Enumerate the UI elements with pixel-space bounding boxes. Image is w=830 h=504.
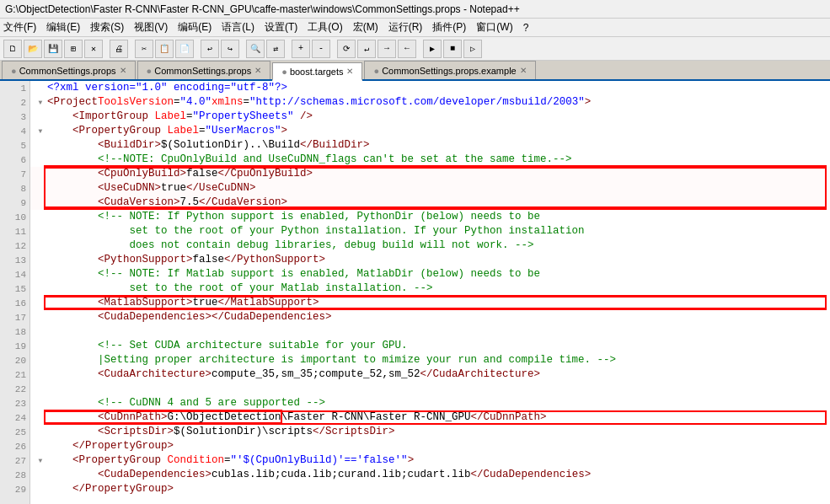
- line-6-content: <!--NOTE: CpuOnlyBuild and UseCuDNN_flag…: [47, 153, 572, 167]
- fold-2: ▼: [34, 95, 47, 110]
- paste-btn[interactable]: 📄: [175, 40, 194, 58]
- code-line-8: <UseCuDNN>true</UseCuDNN>: [30, 181, 830, 196]
- ln-10: 10: [0, 210, 29, 224]
- menu-encode[interactable]: 编码(E): [178, 20, 212, 35]
- redo-btn[interactable]: ↪: [221, 40, 239, 58]
- menu-plugin[interactable]: 插件(P): [432, 20, 466, 35]
- code-line-24: <CuDnnPath>G:\ObjectDetection\Faster R-C…: [30, 410, 830, 425]
- wrap-btn[interactable]: ↵: [357, 40, 376, 58]
- code-line-21: <CudaArchitecture>compute_35,sm_35;compu…: [30, 367, 830, 382]
- ln-3: 3: [0, 110, 29, 124]
- menu-help[interactable]: ?: [523, 22, 529, 34]
- code-line-16: <MatlabSupport>true</MatlabSupport>: [30, 296, 830, 310]
- macro-btn[interactable]: ▶: [423, 40, 442, 58]
- line-18-content: [47, 324, 54, 339]
- ln-8: 8: [0, 181, 29, 196]
- ln-29: 29: [0, 482, 29, 496]
- tab-2-close[interactable]: ✕: [346, 67, 353, 76]
- code-area[interactable]: <?xml version="1.0" encoding="utf-8"?> ▼…: [30, 81, 830, 496]
- ln-12: 12: [0, 239, 29, 253]
- open-btn[interactable]: 📂: [24, 40, 42, 58]
- code-line-11: set to the root of your Python installat…: [30, 224, 830, 239]
- menu-file[interactable]: 文件(F): [3, 20, 36, 35]
- code-content: <?xml version="1.0" encoding="utf-8"?> ▼…: [30, 81, 830, 504]
- tab-3-close[interactable]: ✕: [520, 66, 527, 75]
- new-btn[interactable]: 🗋: [3, 40, 22, 58]
- menu-settings[interactable]: 设置(T): [265, 20, 297, 35]
- menu-search[interactable]: 搜索(S): [90, 20, 124, 35]
- ln-6: 6: [0, 153, 29, 167]
- line-16-content: <MatlabSupport>true</MatlabSupport>: [47, 296, 319, 310]
- code-line-4: ▼ <PropertyGroup Label="UserMacros">: [30, 124, 830, 138]
- line-5-content: <BuildDir>$(SolutionDir)..\Build</BuildD…: [47, 138, 370, 153]
- replace-btn[interactable]: ⇄: [266, 40, 285, 58]
- code-line-23: <!-- CuDNN 4 and 5 are supported -->: [30, 396, 830, 410]
- editor: 1 2 3 4 5 6 7 8 9 10 11 12 13 14 15 16 1…: [0, 81, 830, 504]
- menu-lang[interactable]: 语言(L): [222, 20, 254, 35]
- line-2-content: <: [47, 95, 54, 110]
- ln-13: 13: [0, 253, 29, 267]
- code-line-25: <ScriptsDir>$(SolutionDir)\scripts</Scri…: [30, 425, 830, 439]
- line-8-content: <UseCuDNN>true</UseCuDNN>: [47, 181, 256, 196]
- code-line-5: <BuildDir>$(SolutionDir)..\Build</BuildD…: [30, 138, 830, 153]
- menu-macro[interactable]: 宏(M): [353, 20, 378, 35]
- tab-3-icon: ●: [373, 66, 379, 76]
- code-line-15: set to the root of your Matlab installat…: [30, 281, 830, 296]
- ln-24: 24: [0, 410, 29, 425]
- code-line-6: <!--NOTE: CpuOnlyBuild and UseCuDNN_flag…: [30, 153, 830, 167]
- line-10-content: <!-- NOTE: If Python support is enabled,…: [47, 210, 540, 224]
- line-27-content: <PropertyGroup Condition="'$(CpuOnlyBuil…: [47, 453, 414, 468]
- ln-4: 4: [0, 124, 29, 138]
- fold-27: ▼: [34, 453, 47, 468]
- tab-0-icon: ●: [11, 66, 17, 76]
- ln-28: 28: [0, 468, 29, 482]
- code-line-1: <?xml version="1.0" encoding="utf-8"?>: [30, 81, 830, 95]
- tab-1[interactable]: ● CommonSettings.props ✕: [137, 61, 271, 79]
- code-line-22: [30, 382, 830, 396]
- close-btn[interactable]: ✕: [84, 40, 103, 58]
- tab-1-label: CommonSettings.props: [154, 66, 251, 76]
- line-3-content: <ImportGroup Label="PropertySheets" />: [47, 110, 313, 124]
- code-line-14: <!-- NOTE: If Matlab support is enabled,…: [30, 267, 830, 281]
- macro-play-btn[interactable]: ▷: [463, 40, 482, 58]
- sync-btn[interactable]: ⟳: [337, 40, 356, 58]
- deindent-btn[interactable]: ←: [398, 40, 416, 58]
- code-line-13: <PythonSupport>false</PythonSupport>: [30, 253, 830, 267]
- ln-22: 22: [0, 382, 29, 396]
- line-11-content: set to the root of your Python installat…: [47, 224, 585, 239]
- zoom-out-btn[interactable]: -: [312, 40, 330, 58]
- menu-view[interactable]: 视图(V): [134, 20, 168, 35]
- cut-btn[interactable]: ✂: [135, 40, 153, 58]
- tab-0-close[interactable]: ✕: [120, 66, 126, 75]
- line-22-content: [47, 382, 54, 396]
- ln-11: 11: [0, 224, 29, 239]
- ln-25: 25: [0, 425, 29, 439]
- tab-3[interactable]: ● CommonSettings.props.example ✕: [364, 61, 535, 79]
- menu-window[interactable]: 窗口(W): [476, 20, 512, 35]
- line-4-content: <PropertyGroup Label="UserMacros">: [47, 124, 287, 138]
- menu-run[interactable]: 运行(R): [388, 20, 423, 35]
- line-13-content: <PythonSupport>false</PythonSupport>: [47, 253, 325, 267]
- ln-9: 9: [0, 196, 29, 210]
- menu-tools[interactable]: 工具(O): [308, 20, 342, 35]
- tab-bar: ● CommonSettings.props ✕ ● CommonSetting…: [0, 61, 830, 81]
- ln-1: 1: [0, 81, 29, 95]
- indent-btn[interactable]: →: [378, 40, 396, 58]
- undo-btn[interactable]: ↩: [201, 40, 219, 58]
- copy-btn[interactable]: 📋: [155, 40, 174, 58]
- find-btn[interactable]: 🔍: [246, 40, 265, 58]
- code-line-20: |Setting proper architecture is importan…: [30, 353, 830, 367]
- macro-stop-btn[interactable]: ■: [443, 40, 462, 58]
- zoom-in-btn[interactable]: +: [292, 40, 310, 58]
- tab-2-icon: ●: [281, 67, 287, 77]
- ln-15: 15: [0, 281, 29, 296]
- line-9-content: <CudaVersion>7.5</CudaVersion>: [47, 196, 287, 210]
- tab-1-close[interactable]: ✕: [254, 66, 261, 75]
- tab-2[interactable]: ● boost.targets ✕: [272, 62, 362, 81]
- menu-edit[interactable]: 编辑(E): [46, 20, 80, 35]
- save-all-btn[interactable]: ⊞: [64, 40, 83, 58]
- tab-0[interactable]: ● CommonSettings.props ✕: [2, 61, 136, 79]
- save-btn[interactable]: 💾: [44, 40, 62, 58]
- print-btn[interactable]: 🖨: [110, 40, 128, 58]
- fold-4: ▼: [34, 124, 47, 138]
